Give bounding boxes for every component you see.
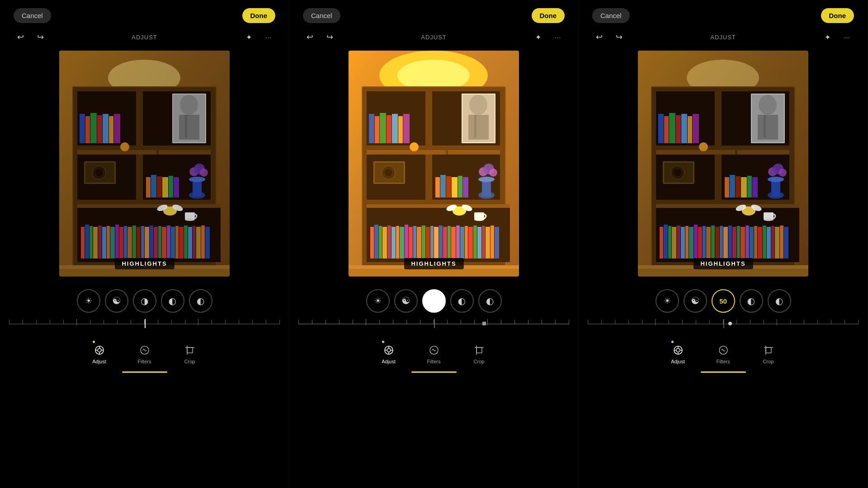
svg-rect-186 xyxy=(658,114,664,143)
adj-exposure-3[interactable]: ☀ xyxy=(656,289,679,313)
toolbar-1: ↩ ↪ ADJUST ✦ ··· xyxy=(0,27,289,47)
svg-rect-66 xyxy=(193,226,196,258)
svg-point-80 xyxy=(98,348,101,352)
redo-icon-2[interactable]: ↪ xyxy=(323,30,336,44)
toolbar-3: ↩ ↪ ADJUST ✦ ··· xyxy=(579,27,868,47)
highlights-label-1: HIGHLIGHTS xyxy=(114,258,174,269)
svg-rect-26 xyxy=(146,177,151,197)
photo-bg-3 xyxy=(638,51,808,277)
svg-rect-58 xyxy=(158,226,161,258)
photo-bg-1 xyxy=(59,51,230,277)
nav-crop-2[interactable]: Crop xyxy=(457,343,502,364)
done-button-2[interactable]: Done xyxy=(532,8,565,23)
svg-rect-61 xyxy=(171,227,175,258)
wand-icon-3[interactable]: ✦ xyxy=(821,30,834,44)
svg-rect-18 xyxy=(77,150,156,155)
nav-crop-label-2: Crop xyxy=(474,359,485,364)
adjust-label-1: ADJUST xyxy=(132,34,157,41)
svg-rect-52 xyxy=(132,225,136,258)
adjust-label-2: ADJUST xyxy=(421,34,447,41)
adj-shadows-2[interactable]: ◑ xyxy=(450,289,474,313)
svg-rect-209 xyxy=(741,177,747,197)
svg-rect-8 xyxy=(90,113,97,143)
undo-icon-1[interactable]: ↩ xyxy=(14,30,27,44)
photo-1: HIGHLIGHTS xyxy=(59,51,230,277)
svg-rect-191 xyxy=(688,116,692,143)
svg-point-37 xyxy=(200,169,208,177)
more-icon-2[interactable]: ··· xyxy=(551,30,565,44)
svg-rect-28 xyxy=(157,176,162,197)
adj-highlights-2[interactable]: -70 xyxy=(422,289,446,313)
top-bar-2: Cancel Done xyxy=(289,0,578,27)
wand-icon-2[interactable]: ✦ xyxy=(531,30,545,44)
redo-icon-3[interactable]: ↪ xyxy=(612,30,626,44)
svg-rect-29 xyxy=(162,177,168,197)
svg-rect-47 xyxy=(110,227,115,258)
wand-icon-1[interactable]: ✦ xyxy=(242,30,255,44)
adj-brightness-3[interactable]: ◐ xyxy=(768,289,791,313)
done-button-3[interactable]: Done xyxy=(821,8,854,23)
more-icon-3[interactable]: ··· xyxy=(840,30,854,44)
svg-rect-231 xyxy=(706,227,711,258)
nav-filters-3[interactable]: Filters xyxy=(701,343,746,364)
svg-rect-232 xyxy=(711,225,715,258)
adj-brightness-1[interactable]: ◐ xyxy=(189,289,212,313)
svg-rect-196 xyxy=(758,115,778,140)
bookshelf-svg-2 xyxy=(349,51,519,277)
svg-rect-45 xyxy=(102,227,106,258)
nav-crop-3[interactable]: Crop xyxy=(746,343,791,364)
more-icon-1[interactable]: ··· xyxy=(262,30,275,44)
adj-contrast-2[interactable]: ☯ xyxy=(394,289,418,313)
svg-point-24 xyxy=(95,169,103,176)
bottom-nav-3: Adjust Filters Crop xyxy=(579,338,868,370)
nav-filters-2[interactable]: Filters xyxy=(411,343,457,364)
adj-brightness-2[interactable]: ◐ xyxy=(478,289,502,313)
nav-filters-label-3: Filters xyxy=(717,359,730,364)
slider-1[interactable] xyxy=(0,317,289,331)
adj-highlights-1[interactable]: ◑ xyxy=(133,289,156,313)
svg-rect-240 xyxy=(745,225,749,258)
slider-2[interactable] xyxy=(289,317,578,331)
toolbar-right-icons-3: ✦ ··· xyxy=(821,30,854,44)
slider-track-3 xyxy=(588,324,859,324)
cancel-button-3[interactable]: Cancel xyxy=(592,8,630,23)
nav-crop-1[interactable]: Crop xyxy=(167,343,212,364)
adj-exposure-2[interactable]: ☀ xyxy=(366,289,390,313)
svg-rect-40 xyxy=(81,227,85,258)
adj-contrast-1[interactable]: ☯ xyxy=(105,289,128,313)
nav-filters-1[interactable]: Filters xyxy=(122,343,167,364)
cancel-button-1[interactable]: Cancel xyxy=(14,8,51,23)
undo-icon-3[interactable]: ↩ xyxy=(592,30,606,44)
svg-rect-188 xyxy=(669,113,675,143)
bottom-indicator-3 xyxy=(701,371,746,373)
svg-rect-56 xyxy=(150,225,153,258)
cancel-button-2[interactable]: Cancel xyxy=(303,8,340,23)
svg-point-217 xyxy=(778,169,787,177)
nav-adjust-label-1: Adjust xyxy=(92,359,106,364)
svg-point-204 xyxy=(674,169,681,176)
redo-icon-1[interactable]: ↪ xyxy=(33,30,47,44)
svg-rect-53 xyxy=(137,227,141,258)
nav-filters-icon-3 xyxy=(717,343,730,357)
adj-icons-1: ☀ ☯ ◑ ◑ ◐ xyxy=(0,286,289,315)
adj-highlights-3[interactable]: 50 xyxy=(712,289,735,313)
svg-rect-57 xyxy=(154,227,158,258)
svg-rect-49 xyxy=(119,227,123,258)
done-button-1[interactable]: Done xyxy=(242,8,276,23)
undo-icon-2[interactable]: ↩ xyxy=(303,30,316,44)
toolbar-left-icons-2: ↩ ↪ xyxy=(303,30,336,44)
nav-filters-icon-1 xyxy=(138,343,151,357)
svg-rect-198 xyxy=(656,150,735,155)
adj-contrast-3[interactable]: ☯ xyxy=(684,289,707,313)
slider-track-1 xyxy=(9,324,280,324)
slider-3[interactable] xyxy=(579,317,868,331)
nav-adjust-1[interactable]: Adjust xyxy=(77,343,122,364)
nav-adjust-2[interactable]: Adjust xyxy=(366,343,411,364)
svg-rect-230 xyxy=(703,226,706,258)
svg-rect-233 xyxy=(715,227,719,258)
adj-shadows-1[interactable]: ◑ xyxy=(161,289,184,313)
adj-shadows-3[interactable]: ◑ xyxy=(740,289,763,313)
svg-rect-206 xyxy=(725,177,729,197)
adj-exposure-1[interactable]: ☀ xyxy=(77,289,100,313)
nav-adjust-3[interactable]: Adjust xyxy=(656,343,701,364)
